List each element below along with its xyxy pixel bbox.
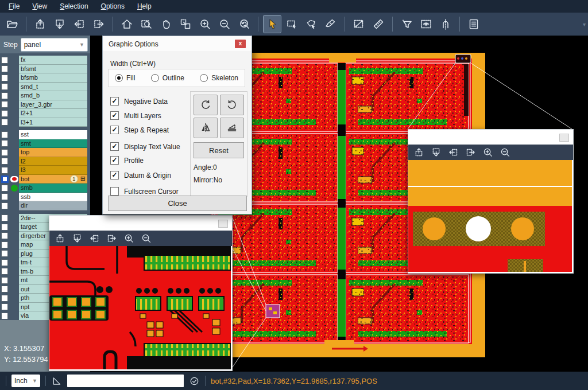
clean-brush-button[interactable] [322, 15, 339, 33]
checkbox-fullscreen-cursor[interactable]: Fullscreen Cursor [110, 187, 179, 196]
layer-name-fx[interactable]: fx [19, 56, 87, 65]
layer-visibility-checkbox[interactable] [1, 313, 8, 319]
layer-visibility-checkbox[interactable] [1, 119, 8, 126]
checkbox-multi-layers[interactable]: ✓Multi Layers [110, 111, 161, 120]
checkbox-display-text-value[interactable]: ✓Display Text Value [110, 142, 180, 151]
layer-name-layer_3.gbr[interactable]: layer_3.gbr [19, 100, 87, 110]
layer-name-smb[interactable]: smb [19, 184, 87, 193]
magnifier-title-bar[interactable] [49, 216, 232, 231]
layer-active-indicator[interactable] [9, 176, 19, 182]
menu-view[interactable]: View [26, 1, 53, 12]
snap-jump-button[interactable] [437, 15, 454, 33]
pan-right-button[interactable] [106, 233, 117, 244]
layer-visibility-checkbox[interactable] [1, 259, 8, 266]
filter-button[interactable] [398, 15, 415, 33]
open-file-button[interactable] [3, 15, 21, 33]
layer-row-smd_t[interactable]: smd_t [0, 83, 90, 92]
window-menu-button[interactable] [559, 134, 569, 142]
magnifier-window-bottom-left[interactable] [49, 215, 233, 371]
layer-visibility-checkbox[interactable] [1, 176, 9, 183]
radio-skeleton[interactable]: Skeleton [200, 74, 238, 82]
inspect-region-button[interactable] [417, 15, 435, 33]
mirror-vertical-button[interactable] [220, 118, 244, 138]
layer-name-ssb[interactable]: ssb [19, 193, 87, 202]
layer-name-smt[interactable]: smt [19, 139, 87, 149]
layer-name-bot[interactable]: bot1⊞ [19, 175, 87, 184]
pan-right-button[interactable] [465, 147, 476, 158]
pan-down-button[interactable] [51, 15, 68, 33]
close-button[interactable]: Close [108, 196, 247, 211]
layer-name-sst[interactable]: sst [19, 130, 87, 139]
layer-visibility-checkbox[interactable] [1, 185, 8, 192]
magnifier-title-bar[interactable] [408, 130, 573, 145]
layer-row-sst[interactable]: sst [0, 130, 90, 139]
step-combobox[interactable]: panel ▼ [21, 38, 88, 52]
pan-left-button[interactable] [89, 233, 100, 244]
layer-visibility-checkbox[interactable] [1, 250, 8, 257]
layer-visibility-checkbox[interactable] [1, 286, 8, 292]
checkbox-step-repeat[interactable]: ✓Step & Repeat [110, 126, 169, 134]
grid-icon[interactable]: ⊞ [80, 176, 86, 182]
report-list-button[interactable] [465, 15, 482, 33]
layer-name-l2[interactable]: l2 [19, 157, 87, 166]
checkbox-negative-data[interactable]: ✓Negative Data [110, 97, 168, 106]
layer-row-smb[interactable]: smb [0, 184, 90, 193]
command-input[interactable] [67, 375, 184, 387]
layer-visibility-checkbox[interactable] [1, 83, 8, 90]
layer-visibility-checkbox[interactable] [1, 232, 8, 239]
pan-up-button[interactable] [55, 233, 65, 244]
checkbox-datum-origin[interactable]: ✓Datum & Origin [110, 171, 171, 180]
reset-button[interactable]: Reset [194, 142, 244, 158]
layer-visibility-checkbox[interactable] [1, 149, 8, 156]
menu-file[interactable]: File [2, 1, 26, 12]
layer-visibility-checkbox[interactable] [1, 277, 8, 284]
select-rect-button[interactable] [283, 15, 300, 33]
layer-row-l3+1[interactable]: l3+1 [0, 118, 90, 127]
layer-visibility-checkbox[interactable] [1, 202, 8, 209]
layer-row-layer_3.gbr[interactable]: layer_3.gbr [0, 100, 90, 110]
layer-visibility-checkbox[interactable] [1, 140, 8, 147]
close-icon[interactable]: x [235, 40, 246, 48]
layer-name-top[interactable]: top [19, 148, 87, 157]
angle-measure-icon[interactable] [51, 376, 62, 387]
pan-down-button[interactable] [72, 233, 83, 244]
layer-name-l3[interactable]: l3 [19, 166, 87, 175]
pan-up-button[interactable] [413, 147, 424, 158]
ruler-button[interactable] [370, 15, 387, 33]
checkbox-profile[interactable]: ✓Profile [110, 156, 144, 165]
select-polygon-button[interactable] [303, 15, 320, 33]
layer-visibility-checkbox[interactable] [1, 241, 8, 248]
zoom-out-button[interactable] [500, 147, 510, 158]
drag-view-button[interactable] [177, 15, 194, 33]
layer-row-bot[interactable]: bot1⊞ [0, 175, 90, 184]
unit-combobox[interactable]: Inch ▼ [11, 375, 40, 387]
layer-visibility-checkbox[interactable] [1, 101, 8, 108]
menu-options[interactable]: Options [95, 1, 131, 12]
layer-row-l2[interactable]: l2 [0, 157, 90, 166]
layer-name-dir[interactable]: dir [19, 201, 87, 210]
menu-selection[interactable]: Selection [53, 1, 94, 12]
layer-visibility-checkbox[interactable] [1, 75, 8, 81]
pan-right-button[interactable] [90, 15, 107, 33]
layer-row-bfsmb[interactable]: bfsmb [0, 73, 90, 83]
layer-visibility-checkbox[interactable] [1, 214, 8, 221]
zoom-window-button[interactable] [138, 15, 155, 33]
menu-help[interactable]: Help [131, 1, 158, 12]
rotate-cw-button[interactable] [194, 95, 218, 115]
dialog-title-bar[interactable]: Graphic Options x [103, 36, 252, 52]
radio-outline[interactable]: Outline [151, 74, 184, 82]
layer-row-top[interactable]: top [0, 148, 90, 157]
layer-visibility-checkbox[interactable] [1, 158, 8, 165]
layer-name-l3+1[interactable]: l3+1 [19, 118, 87, 127]
layer-row-fx[interactable]: fx [0, 56, 90, 65]
layer-row-dir[interactable]: dir [0, 201, 90, 210]
zoom-in-button[interactable] [123, 233, 134, 244]
layer-visibility-checkbox[interactable] [1, 268, 8, 275]
layer-visibility-checkbox[interactable] [1, 57, 8, 64]
layer-name-bfsmt[interactable]: bfsmt [19, 65, 87, 74]
zoom-in-button[interactable] [196, 15, 214, 33]
layer-visibility-checkbox[interactable] [1, 193, 8, 200]
pan-left-button[interactable] [71, 15, 88, 33]
mirror-horizontal-button[interactable] [194, 118, 218, 138]
measure-distance-button[interactable] [350, 15, 368, 33]
